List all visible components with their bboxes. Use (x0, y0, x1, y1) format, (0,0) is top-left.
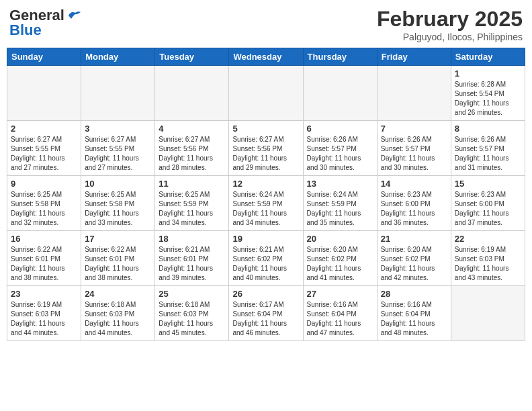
calendar-cell: 20Sunrise: 6:20 AM Sunset: 6:02 PM Dayli… (303, 231, 377, 286)
day-info: Sunrise: 6:22 AM Sunset: 6:01 PM Dayligh… (85, 246, 139, 281)
calendar-week-row: 23Sunrise: 6:19 AM Sunset: 6:03 PM Dayli… (7, 286, 525, 341)
day-info: Sunrise: 6:28 AM Sunset: 5:54 PM Dayligh… (455, 81, 509, 116)
calendar-cell: 26Sunrise: 6:17 AM Sunset: 6:04 PM Dayli… (229, 286, 303, 341)
calendar-cell: 18Sunrise: 6:21 AM Sunset: 6:01 PM Dayli… (155, 231, 229, 286)
day-number: 18 (159, 234, 225, 244)
calendar-cell: 25Sunrise: 6:18 AM Sunset: 6:03 PM Dayli… (155, 286, 229, 341)
calendar-cell: 2Sunrise: 6:27 AM Sunset: 5:55 PM Daylig… (7, 121, 81, 176)
calendar-table: SundayMondayTuesdayWednesdayThursdayFrid… (7, 48, 525, 341)
day-of-week-header: Tuesday (155, 48, 229, 66)
day-number: 23 (11, 289, 77, 299)
day-info: Sunrise: 6:24 AM Sunset: 5:59 PM Dayligh… (307, 191, 361, 226)
calendar-cell: 8Sunrise: 6:26 AM Sunset: 5:57 PM Daylig… (451, 121, 525, 176)
day-number: 25 (159, 289, 225, 299)
calendar-cell: 22Sunrise: 6:19 AM Sunset: 6:03 PM Dayli… (451, 231, 525, 286)
calendar-cell: 16Sunrise: 6:22 AM Sunset: 6:01 PM Dayli… (7, 231, 81, 286)
day-info: Sunrise: 6:16 AM Sunset: 6:04 PM Dayligh… (307, 301, 361, 336)
day-info: Sunrise: 6:26 AM Sunset: 5:57 PM Dayligh… (307, 136, 361, 171)
month-title: February 2025 (377, 7, 523, 32)
day-number: 21 (381, 234, 447, 244)
calendar-cell (229, 66, 303, 121)
calendar-cell: 21Sunrise: 6:20 AM Sunset: 6:02 PM Dayli… (377, 231, 451, 286)
day-number: 27 (307, 289, 373, 299)
day-of-week-header: Wednesday (229, 48, 303, 66)
calendar-cell: 1Sunrise: 6:28 AM Sunset: 5:54 PM Daylig… (451, 66, 525, 121)
day-info: Sunrise: 6:19 AM Sunset: 6:03 PM Dayligh… (11, 301, 65, 336)
day-info: Sunrise: 6:27 AM Sunset: 5:55 PM Dayligh… (11, 136, 65, 171)
day-info: Sunrise: 6:19 AM Sunset: 6:03 PM Dayligh… (455, 246, 509, 281)
calendar-cell: 17Sunrise: 6:22 AM Sunset: 6:01 PM Dayli… (81, 231, 155, 286)
day-of-week-header: Monday (81, 48, 155, 66)
calendar-cell (303, 66, 377, 121)
day-info: Sunrise: 6:17 AM Sunset: 6:04 PM Dayligh… (232, 301, 287, 336)
day-number: 11 (159, 179, 225, 189)
day-number: 16 (11, 234, 77, 244)
day-info: Sunrise: 6:21 AM Sunset: 6:02 PM Dayligh… (232, 246, 287, 281)
calendar-cell: 12Sunrise: 6:24 AM Sunset: 5:59 PM Dayli… (229, 176, 303, 231)
logo-blue-text: Blue (9, 21, 42, 39)
day-info: Sunrise: 6:18 AM Sunset: 6:03 PM Dayligh… (85, 301, 139, 336)
calendar-cell: 13Sunrise: 6:24 AM Sunset: 5:59 PM Dayli… (303, 176, 377, 231)
calendar-cell (377, 66, 451, 121)
logo: General Blue (9, 7, 82, 39)
day-number: 22 (455, 234, 521, 244)
day-info: Sunrise: 6:24 AM Sunset: 5:59 PM Dayligh… (232, 191, 287, 226)
day-info: Sunrise: 6:25 AM Sunset: 5:58 PM Dayligh… (85, 191, 139, 226)
calendar-week-row: 9Sunrise: 6:25 AM Sunset: 5:58 PM Daylig… (7, 176, 525, 231)
calendar-cell: 24Sunrise: 6:18 AM Sunset: 6:03 PM Dayli… (81, 286, 155, 341)
day-number: 3 (85, 124, 151, 134)
calendar-cell: 19Sunrise: 6:21 AM Sunset: 6:02 PM Dayli… (229, 231, 303, 286)
calendar-cell (451, 286, 525, 341)
day-of-week-header: Friday (377, 48, 451, 66)
day-info: Sunrise: 6:23 AM Sunset: 6:00 PM Dayligh… (381, 191, 435, 226)
day-number: 9 (11, 179, 77, 189)
day-info: Sunrise: 6:20 AM Sunset: 6:02 PM Dayligh… (381, 246, 435, 281)
day-number: 14 (381, 179, 447, 189)
calendar-cell: 4Sunrise: 6:27 AM Sunset: 5:56 PM Daylig… (155, 121, 229, 176)
calendar-cell: 27Sunrise: 6:16 AM Sunset: 6:04 PM Dayli… (303, 286, 377, 341)
day-number: 8 (455, 124, 521, 134)
day-info: Sunrise: 6:25 AM Sunset: 5:59 PM Dayligh… (159, 191, 213, 226)
day-number: 4 (159, 124, 225, 134)
day-number: 19 (232, 234, 299, 244)
calendar-cell: 3Sunrise: 6:27 AM Sunset: 5:55 PM Daylig… (81, 121, 155, 176)
day-of-week-header: Sunday (7, 48, 81, 66)
calendar-cell (155, 66, 229, 121)
day-of-week-header: Thursday (303, 48, 377, 66)
day-number: 10 (85, 179, 151, 189)
calendar-cell: 7Sunrise: 6:26 AM Sunset: 5:57 PM Daylig… (377, 121, 451, 176)
day-number: 6 (307, 124, 373, 134)
calendar-cell: 11Sunrise: 6:25 AM Sunset: 5:59 PM Dayli… (155, 176, 229, 231)
calendar-cell (7, 66, 81, 121)
day-info: Sunrise: 6:26 AM Sunset: 5:57 PM Dayligh… (381, 136, 435, 171)
day-number: 13 (307, 179, 373, 189)
day-info: Sunrise: 6:18 AM Sunset: 6:03 PM Dayligh… (159, 301, 213, 336)
title-block: February 2025 Palguyod, Ilocos, Philippi… (377, 7, 523, 42)
day-info: Sunrise: 6:20 AM Sunset: 6:02 PM Dayligh… (307, 246, 361, 281)
calendar-cell (81, 66, 155, 121)
day-number: 12 (232, 179, 299, 189)
calendar-cell: 9Sunrise: 6:25 AM Sunset: 5:58 PM Daylig… (7, 176, 81, 231)
day-number: 20 (307, 234, 373, 244)
calendar-cell: 14Sunrise: 6:23 AM Sunset: 6:00 PM Dayli… (377, 176, 451, 231)
day-info: Sunrise: 6:27 AM Sunset: 5:55 PM Dayligh… (85, 136, 139, 171)
page-header: General Blue February 2025 Palguyod, Ilo… (7, 7, 525, 42)
day-number: 26 (232, 289, 299, 299)
day-number: 17 (85, 234, 151, 244)
calendar-week-row: 16Sunrise: 6:22 AM Sunset: 6:01 PM Dayli… (7, 231, 525, 286)
calendar-cell: 15Sunrise: 6:23 AM Sunset: 6:00 PM Dayli… (451, 176, 525, 231)
day-number: 5 (232, 124, 299, 134)
day-number: 24 (85, 289, 151, 299)
logo-bird-icon (67, 9, 82, 21)
calendar-cell: 5Sunrise: 6:27 AM Sunset: 5:56 PM Daylig… (229, 121, 303, 176)
calendar-cell: 10Sunrise: 6:25 AM Sunset: 5:58 PM Dayli… (81, 176, 155, 231)
day-info: Sunrise: 6:25 AM Sunset: 5:58 PM Dayligh… (11, 191, 65, 226)
calendar-header-row: SundayMondayTuesdayWednesdayThursdayFrid… (7, 48, 525, 66)
day-info: Sunrise: 6:22 AM Sunset: 6:01 PM Dayligh… (11, 246, 65, 281)
day-of-week-header: Saturday (451, 48, 525, 66)
calendar-cell: 23Sunrise: 6:19 AM Sunset: 6:03 PM Dayli… (7, 286, 81, 341)
day-info: Sunrise: 6:27 AM Sunset: 5:56 PM Dayligh… (159, 136, 213, 171)
day-number: 1 (455, 68, 521, 79)
day-info: Sunrise: 6:26 AM Sunset: 5:57 PM Dayligh… (455, 136, 509, 171)
day-info: Sunrise: 6:21 AM Sunset: 6:01 PM Dayligh… (159, 246, 213, 281)
